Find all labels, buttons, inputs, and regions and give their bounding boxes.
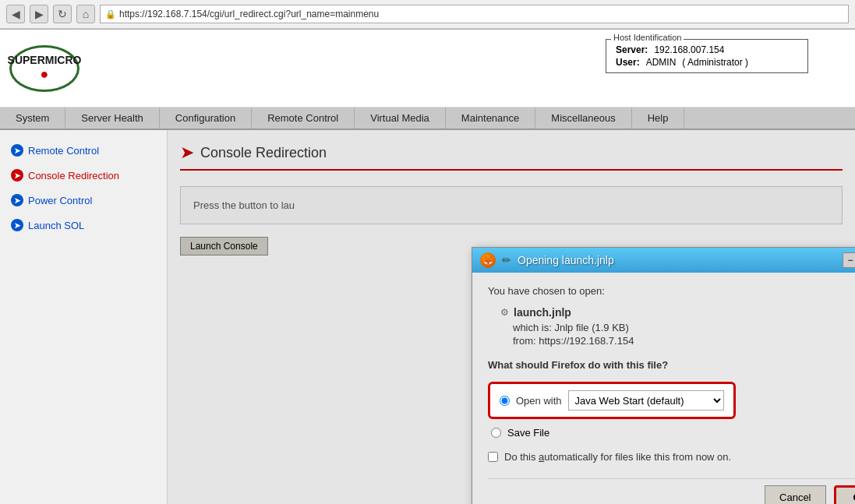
- dialog-body: You have chosen to open: ⚙ launch.jnlp w…: [472, 273, 855, 504]
- nav-miscellaneous[interactable]: Miscellaneous: [535, 107, 631, 129]
- role-value: ( Administrator ): [682, 57, 748, 68]
- file-info: which is: Jnlp file (1.9 KB): [488, 322, 855, 333]
- dialog-intro: You have chosen to open:: [488, 285, 855, 297]
- supermicro-logo: SUPERMICRO ●: [9, 45, 79, 92]
- open-with-label: Open with: [516, 395, 562, 407]
- power-control-icon: ➤: [11, 194, 23, 206]
- url-text: https://192.168.7.154/cgi/url_redirect.c…: [119, 9, 379, 19]
- forward-button[interactable]: ▶: [30, 5, 48, 23]
- console-redirection-icon: ➤: [11, 169, 23, 182]
- nav-menu: System Server Health Configuration Remot…: [0, 107, 855, 130]
- remote-control-icon: ➤: [11, 144, 23, 157]
- sidebar-item-launch-sol[interactable]: ➤ Launch SOL: [0, 213, 167, 238]
- dialog-overlay: 🦊 ✏ Opening launch.jnlp − □ ✕ You have c…: [168, 130, 855, 504]
- launch-sol-icon: ➤: [11, 219, 23, 231]
- dialog-controls: − □ ✕: [843, 252, 855, 268]
- lock-icon: 🔒: [105, 9, 116, 19]
- sidebar-item-power-control[interactable]: ➤ Power Control: [0, 188, 167, 213]
- open-with-dropdown[interactable]: Java Web Start (default): [568, 390, 724, 411]
- address-bar[interactable]: 🔒 https://192.168.7.154/cgi/url_redirect…: [100, 5, 849, 23]
- open-with-option-row: Open with Java Web Start (default): [488, 382, 855, 419]
- home-button[interactable]: ⌂: [76, 5, 95, 23]
- dialog-title-left: 🦊 ✏ Opening launch.jnlp: [480, 252, 614, 268]
- back-button[interactable]: ◀: [6, 5, 25, 23]
- nav-virtual-media[interactable]: Virtual Media: [355, 107, 446, 129]
- content-area: ➤ Console Redirection Press the button t…: [168, 130, 855, 504]
- nav-system[interactable]: System: [0, 107, 65, 129]
- header-bar: SUPERMICRO ● Host Identification Server:…: [0, 30, 855, 107]
- save-file-row: Save File: [488, 427, 855, 439]
- nav-configuration[interactable]: Configuration: [160, 107, 252, 129]
- host-id-title: Host Identification: [611, 33, 684, 42]
- dialog-question: What should Firefox do with this file?: [488, 359, 855, 371]
- sidebar-label-launch-sol: Launch SOL: [28, 220, 84, 231]
- sidebar-item-remote-control[interactable]: ➤ Remote Control: [0, 138, 167, 163]
- logo-area: SUPERMICRO ●: [9, 45, 79, 92]
- ok-button[interactable]: OK: [834, 485, 856, 504]
- dialog-titlebar: 🦊 ✏ Opening launch.jnlp − □ ✕: [472, 248, 855, 273]
- user-label: User:: [616, 57, 640, 68]
- open-with-radio-group: Open with Java Web Start (default): [488, 382, 736, 419]
- opening-dialog: 🦊 ✏ Opening launch.jnlp − □ ✕ You have c…: [472, 247, 855, 504]
- file-from: from: https://192.168.7.154: [488, 335, 855, 347]
- open-with-radio[interactable]: [500, 396, 510, 406]
- reload-button[interactable]: ↻: [53, 5, 72, 23]
- server-label: Server:: [616, 44, 648, 55]
- nav-server-health[interactable]: Server Health: [65, 107, 159, 129]
- auto-check-row: Do this automatically for files like thi…: [488, 451, 855, 463]
- pencil-icon: ✏: [502, 254, 511, 266]
- dialog-minimize-button[interactable]: −: [843, 252, 855, 268]
- file-name-row: ⚙ launch.jnlp: [488, 306, 855, 319]
- sidebar-label-remote-control: Remote Control: [28, 145, 99, 157]
- auto-label: Do this automatically for files like thi…: [504, 451, 731, 463]
- firefox-icon: 🦊: [480, 252, 496, 268]
- filename-text: launch.jnlp: [514, 306, 571, 319]
- nav-remote-control[interactable]: Remote Control: [252, 107, 355, 129]
- auto-checkbox[interactable]: [488, 452, 498, 462]
- server-value: 192.168.007.154: [654, 44, 724, 55]
- save-file-label: Save File: [507, 427, 549, 439]
- sidebar-label-console-redirection: Console Redirection: [28, 170, 119, 182]
- file-icon: ⚙: [500, 307, 509, 318]
- sidebar: ➤ Remote Control ➤ Console Redirection ➤…: [0, 130, 168, 504]
- sidebar-label-power-control: Power Control: [28, 195, 92, 206]
- save-file-radio[interactable]: [491, 428, 501, 438]
- user-value: ADMIN: [646, 57, 677, 68]
- dialog-footer: Cancel OK: [488, 478, 855, 504]
- nav-maintenance[interactable]: Maintenance: [446, 107, 535, 129]
- cancel-button[interactable]: Cancel: [765, 485, 825, 504]
- sidebar-item-console-redirection[interactable]: ➤ Console Redirection: [0, 163, 167, 188]
- dialog-title-text: Opening launch.jnlp: [518, 254, 614, 266]
- nav-help[interactable]: Help: [632, 107, 685, 129]
